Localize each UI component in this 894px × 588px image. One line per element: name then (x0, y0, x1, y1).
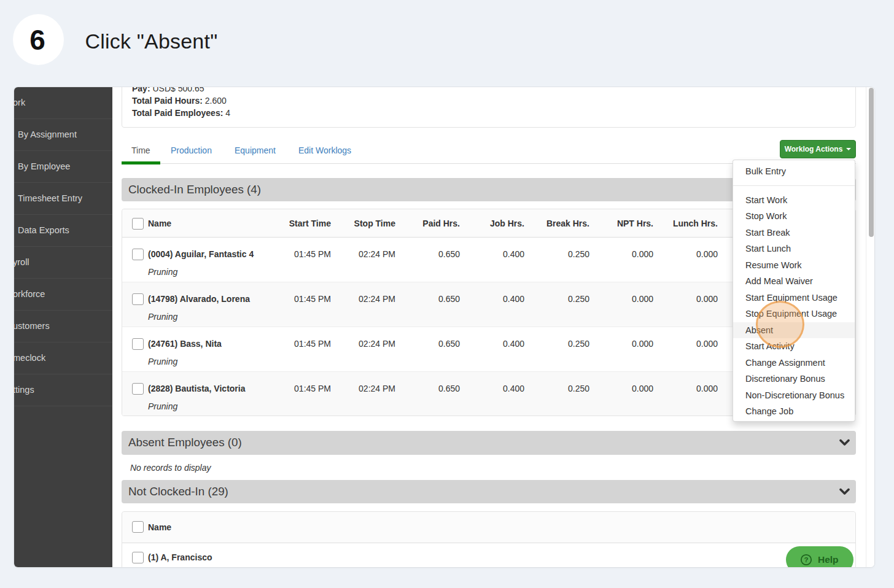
svg-text:?: ? (804, 556, 808, 563)
